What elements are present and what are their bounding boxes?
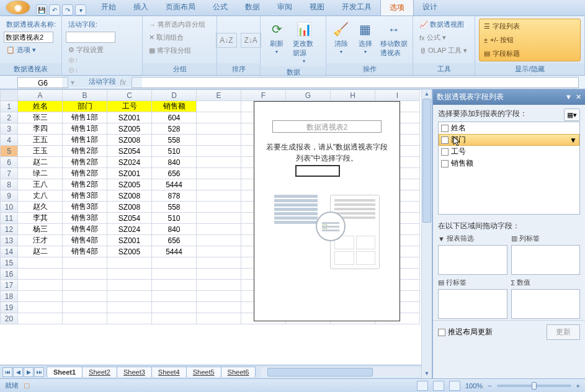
table-cell[interactable]: 绿二 [18,168,63,179]
table-cell[interactable]: 878 [152,190,197,202]
view-pagebreak[interactable] [449,381,460,391]
view-layout[interactable] [433,381,444,391]
table-cell[interactable]: 528 [152,123,197,135]
table-cell[interactable]: 销售3部 [63,190,107,202]
cell[interactable] [197,257,241,269]
table-cell[interactable]: 840 [152,157,197,168]
table-cell[interactable]: SZ005 [107,179,152,190]
cell[interactable] [107,302,152,313]
col-header-E[interactable]: E [197,90,241,101]
cell[interactable] [197,202,241,213]
table-cell[interactable]: SZ005 [107,123,152,135]
area-filter-box[interactable] [438,245,507,275]
row-header-6[interactable]: 6 [1,157,18,168]
office-button[interactable]: ◉ [6,1,30,14]
table-cell[interactable]: 656 [152,235,197,246]
field-list-toggle[interactable]: ☰字段列表 [480,20,579,33]
cell[interactable] [197,146,241,157]
row-header-20[interactable]: 20 [1,313,18,324]
name-box[interactable]: G6 [17,77,68,88]
table-cell[interactable]: 王八 [18,179,63,190]
table-cell[interactable]: SZ008 [107,135,152,146]
row-header-17[interactable]: 17 [1,280,18,291]
cell[interactable] [197,291,241,302]
table-cell[interactable]: SZ001 [107,112,152,123]
vertical-scrollbar[interactable]: ▲▼ [421,89,432,378]
sheet-tab-Sheet6[interactable]: Sheet6 [221,367,256,377]
cell[interactable] [197,213,241,224]
table-cell[interactable]: 赵二 [18,246,63,257]
table-cell[interactable]: 656 [152,168,197,179]
cell[interactable] [63,302,107,313]
field-row-工号[interactable]: 工号 [439,146,579,158]
table-cell[interactable]: 销售2部 [63,157,107,168]
row-header-7[interactable]: 7 [1,168,18,179]
cell[interactable] [63,291,107,302]
col-header-B[interactable]: B [63,90,107,101]
table-cell[interactable]: 李其 [18,213,63,224]
field-headers-toggle[interactable]: ▤字段标题 [480,47,579,60]
cell[interactable] [18,302,63,313]
row-header-2[interactable]: 2 [1,112,18,123]
ribbon-tab-选项[interactable]: 选项 [380,0,414,16]
cell[interactable] [152,269,197,280]
zoom-level[interactable]: 100% [465,382,483,390]
table-cell[interactable]: 558 [152,202,197,213]
cell[interactable] [152,257,197,269]
table-cell[interactable]: 销售4部 [63,224,107,235]
ribbon-tab-数据[interactable]: 数据 [236,0,269,16]
cell[interactable] [197,313,241,324]
qat-dropdown[interactable]: ▾ [75,4,86,16]
table-cell[interactable]: 丈八 [18,190,63,202]
field-list[interactable]: 姓名部门▼工号销售额 [438,122,580,215]
sheet-tab-Sheet1[interactable]: Sheet1 [47,367,83,377]
cell[interactable] [197,246,241,257]
field-checkbox[interactable] [441,148,449,156]
col-header-G[interactable]: G [286,90,331,101]
table-cell[interactable]: 销售4部 [63,246,107,257]
cell[interactable] [197,112,241,123]
field-row-销售额[interactable]: 销售额 [439,158,579,169]
field-row-姓名[interactable]: 姓名 [439,122,579,134]
cell[interactable] [18,291,63,302]
cell[interactable] [197,235,241,246]
move-pt-button[interactable]: ↔移动数据透视表 [379,19,409,62]
pivot-chart-button[interactable]: 📈数据透视图 [417,19,471,30]
row-header-14[interactable]: 14 [1,246,18,257]
row-header-4[interactable]: 4 [1,135,18,146]
area-values-box[interactable] [511,289,581,319]
qat-save[interactable]: 💾 [36,4,47,16]
field-settings-button[interactable]: ⚙字段设置 [66,44,138,56]
field-pane-layout-icon[interactable]: ▦▾ [564,109,580,121]
ribbon-tab-开发工具[interactable]: 开发工具 [333,0,380,16]
sheet-tab-Sheet2[interactable]: Sheet2 [82,367,117,377]
field-checkbox[interactable] [441,125,449,132]
cell[interactable] [197,101,241,112]
table-cell[interactable]: 销售3部 [63,213,107,224]
cell[interactable] [63,313,107,324]
area-columns-box[interactable] [511,245,581,275]
table-cell[interactable]: 销售2部 [63,179,107,190]
cell[interactable] [197,123,241,135]
cell[interactable] [107,291,152,302]
sort-desc-button[interactable]: Z↓A [241,33,261,48]
refresh-button[interactable]: ⟳刷新▾ [264,19,289,65]
table-cell[interactable]: SZ024 [107,224,152,235]
table-cell[interactable]: 销售1部 [63,112,107,123]
zoom-in-icon[interactable]: + [576,382,580,390]
cell[interactable] [197,224,241,235]
cell[interactable] [197,269,241,280]
table-cell[interactable]: SZ001 [107,235,152,246]
table-header-cell[interactable]: 姓名 [18,101,63,112]
ribbon-tab-公式[interactable]: 公式 [204,0,236,16]
table-cell[interactable]: 销售4部 [63,235,107,246]
plus-minus-toggle[interactable]: ±+/- 按钮 [480,33,579,47]
table-cell[interactable]: 558 [152,135,197,146]
ribbon-tab-审阅[interactable]: 审阅 [269,0,301,16]
table-cell[interactable]: 5444 [152,246,197,257]
table-cell[interactable]: 604 [152,112,197,123]
table-cell[interactable]: 李四 [18,123,63,135]
table-cell[interactable]: 赵二 [18,157,63,168]
table-cell[interactable]: SZ001 [107,168,152,179]
col-header-A[interactable]: A [18,90,63,101]
